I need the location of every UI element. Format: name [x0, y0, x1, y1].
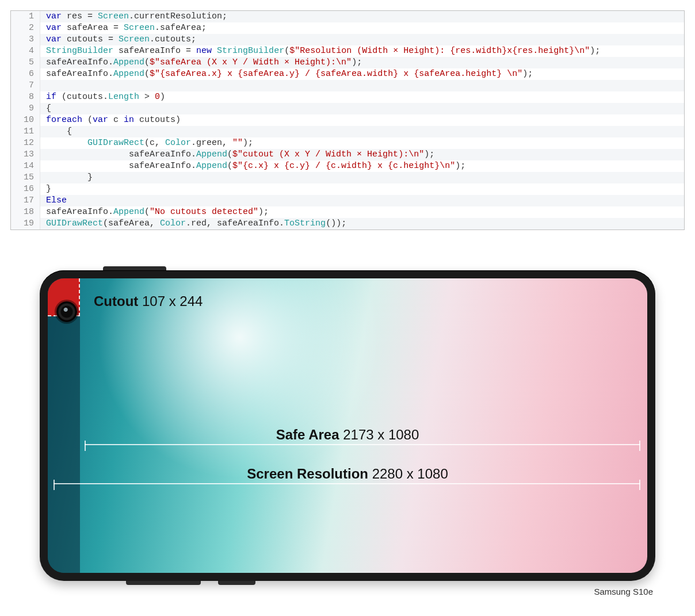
power-button-icon — [103, 266, 166, 270]
code-line: 9{ — [11, 103, 684, 114]
line-number: 12 — [11, 137, 40, 149]
code-content: } — [40, 172, 684, 183]
code-content: { — [40, 103, 684, 114]
code-content: } — [40, 183, 684, 195]
line-number: 14 — [11, 160, 40, 172]
cutout-annotation: Cutout 107 x 244 — [94, 293, 203, 309]
code-snippet: 1var res = Screen.currentResolution;2var… — [10, 10, 685, 230]
code-line: 11 { — [11, 126, 684, 137]
code-line: 18safeAreaInfo.Append("No cutouts detect… — [11, 206, 684, 218]
code-line: 2var safeArea = Screen.safeArea; — [11, 22, 684, 34]
code-content: if (cutouts.Length > 0) — [40, 91, 684, 103]
code-line: 15 } — [11, 172, 684, 183]
code-content: var res = Screen.currentResolution; — [40, 11, 684, 22]
line-number: 6 — [11, 68, 40, 80]
resolution-annotation: Screen Resolution 2280 x 1080 — [48, 466, 647, 482]
line-number: 2 — [11, 22, 40, 34]
resolution-measure — [54, 483, 640, 484]
line-number: 19 — [11, 218, 40, 229]
safe-area-measure — [85, 444, 640, 445]
code-line: 1var res = Screen.currentResolution; — [11, 11, 684, 22]
cutout-value: 107 x 244 — [142, 293, 203, 309]
resolution-label: Screen Resolution — [247, 466, 368, 481]
unsafe-area-stripe — [48, 278, 80, 573]
line-number: 17 — [11, 195, 40, 206]
bixby-button-icon — [218, 581, 255, 585]
code-line: 16} — [11, 183, 684, 195]
code-line: 7 — [11, 80, 684, 91]
line-number: 16 — [11, 183, 40, 195]
volume-button-icon — [126, 581, 201, 585]
phone-screen: Cutout 107 x 244 Safe Area 2173 x 1080 S… — [48, 278, 647, 573]
line-number: 3 — [11, 34, 40, 45]
code-content: foreach (var c in cutouts) — [40, 114, 684, 126]
phone-frame: Cutout 107 x 244 Safe Area 2173 x 1080 S… — [40, 270, 655, 581]
code-content: GUIDrawRect(c, Color.green, ""); — [40, 137, 684, 149]
code-content: safeAreaInfo.Append($"safeArea (X x Y / … — [40, 57, 684, 68]
code-content: var cutouts = Screen.cutouts; — [40, 34, 684, 45]
code-line: 19GUIDrawRect(safeArea, Color.red, safeA… — [11, 218, 684, 229]
safe-area-label: Safe Area — [276, 427, 339, 442]
code-content: var safeArea = Screen.safeArea; — [40, 22, 684, 34]
device-caption: Samsung S10e — [40, 587, 653, 596]
code-line: 8if (cutouts.Length > 0) — [11, 91, 684, 103]
line-number: 15 — [11, 172, 40, 183]
code-line: 6safeAreaInfo.Append($"{safeArea.x} x {s… — [11, 68, 684, 80]
code-line: 5safeAreaInfo.Append($"safeArea (X x Y /… — [11, 57, 684, 68]
line-number: 1 — [11, 11, 40, 22]
safe-area-value: 2173 x 1080 — [343, 427, 419, 442]
code-content: safeAreaInfo.Append("No cutouts detected… — [40, 206, 684, 218]
code-line: 17Else — [11, 195, 684, 206]
code-line: 3var cutouts = Screen.cutouts; — [11, 34, 684, 45]
code-line: 12 GUIDrawRect(c, Color.green, ""); — [11, 137, 684, 149]
code-content: safeAreaInfo.Append($"cutout (X x Y / Wi… — [40, 149, 684, 160]
line-number: 5 — [11, 57, 40, 68]
code-content: safeAreaInfo.Append($"{safeArea.x} x {sa… — [40, 68, 684, 80]
safe-area-annotation: Safe Area 2173 x 1080 — [48, 427, 647, 443]
line-number: 13 — [11, 149, 40, 160]
line-number: 10 — [11, 114, 40, 126]
code-line: 4StringBuilder safeAreaInfo = new String… — [11, 45, 684, 57]
code-line: 13 safeAreaInfo.Append($"cutout (X x Y /… — [11, 149, 684, 160]
code-content: Else — [40, 195, 684, 206]
line-number: 8 — [11, 91, 40, 103]
line-number: 18 — [11, 206, 40, 218]
code-content — [40, 80, 684, 91]
code-content: GUIDrawRect(safeArea, Color.red, safeAre… — [40, 218, 684, 229]
cutout-label: Cutout — [94, 293, 138, 309]
line-number: 11 — [11, 126, 40, 137]
resolution-value: 2280 x 1080 — [372, 466, 448, 481]
line-number: 7 — [11, 80, 40, 91]
line-number: 9 — [11, 103, 40, 114]
code-line: 14 safeAreaInfo.Append($"{c.x} x {c.y} /… — [11, 160, 684, 172]
code-content: { — [40, 126, 684, 137]
code-line: 10foreach (var c in cutouts) — [11, 114, 684, 126]
code-content: safeAreaInfo.Append($"{c.x} x {c.y} / {c… — [40, 160, 684, 172]
code-content: StringBuilder safeAreaInfo = new StringB… — [40, 45, 684, 57]
phone-illustration: Cutout 107 x 244 Safe Area 2173 x 1080 S… — [40, 270, 655, 596]
line-number: 4 — [11, 45, 40, 57]
camera-hole-icon — [56, 301, 77, 322]
